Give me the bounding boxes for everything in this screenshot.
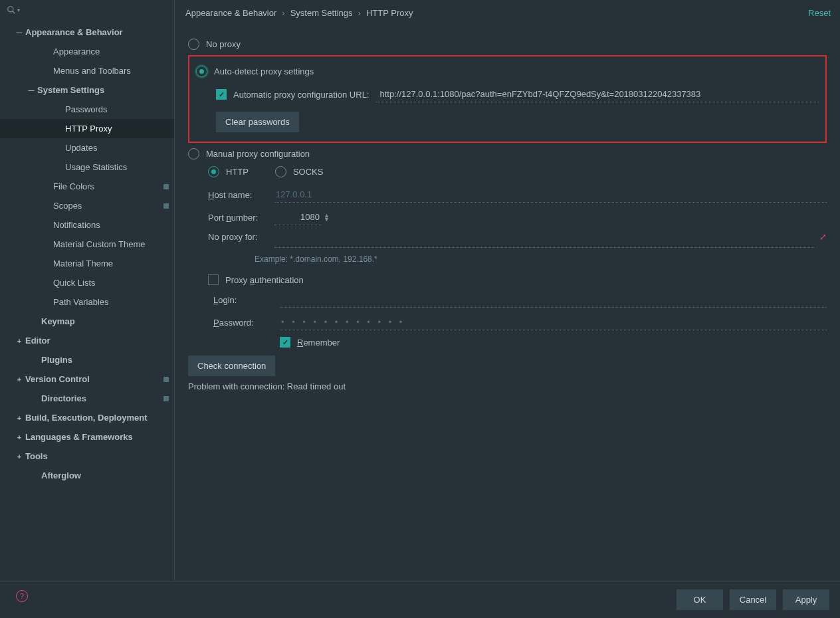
no-proxy-hint: Example: *.domain.com, 192.168.* [188,255,827,264]
project-badge-icon [163,184,169,189]
tree-item-label: Menus and Toolbars [53,66,169,76]
tree-item-system-settings[interactable]: System Settings [0,80,174,100]
http-protocol-radio[interactable]: HTTP [208,166,249,177]
tree-item-passwords[interactable]: Passwords [0,100,174,119]
tree-item-appearance[interactable]: Appearance [0,42,174,61]
no-proxy-label: No proxy [206,39,241,49]
login-label: Login: [213,295,280,305]
password-input[interactable] [280,314,827,330]
tree-item-directories[interactable]: Directories [0,389,174,408]
tree-item-plugins[interactable]: Plugins [0,350,174,369]
reset-link[interactable]: Reset [808,8,831,18]
no-proxy-for-input[interactable] [274,232,814,248]
tree-item-usage-statistics[interactable]: Usage Statistics [0,157,174,177]
breadcrumb-http-proxy: HTTP Proxy [365,8,415,18]
tree-item-label: Tools [25,451,169,461]
tree-item-label: Usage Statistics [65,162,169,172]
no-proxy-radio[interactable]: No proxy [188,39,827,50]
login-input[interactable] [280,292,827,308]
spinner-icon[interactable]: ▲▼ [324,213,330,221]
apply-button[interactable]: Apply [783,589,829,610]
tree-item-label: Build, Execution, Deployment [25,413,169,423]
tree-item-label: Notifications [53,220,169,230]
tree-item-label: Updates [65,143,169,153]
tree-item-editor[interactable]: Editor [0,331,174,350]
tree-item-material-custom-theme[interactable]: Material Custom Theme [0,235,174,254]
tree-item-updates[interactable]: Updates [0,138,174,157]
tree-item-quick-lists[interactable]: Quick Lists [0,273,174,292]
tree-item-version-control[interactable]: Version Control [0,369,174,389]
tree-item-tools[interactable]: Tools [0,447,174,466]
auto-url-input[interactable] [375,86,819,102]
breadcrumb-appearance[interactable]: Appearance & Behavior [184,8,278,18]
proxy-auth-label: Proxy authentication [225,275,304,285]
tree-item-label: Material Theme [53,258,169,268]
expand-icon[interactable] [13,414,25,422]
host-name-input[interactable] [274,187,827,203]
search-dropdown-icon[interactable]: ▾ [17,7,20,13]
settings-tree: Appearance & BehaviorAppearanceMenus and… [0,20,174,581]
radio-icon [275,166,286,177]
project-badge-icon [163,377,169,382]
tree-item-label: Passwords [65,104,169,114]
project-badge-icon [163,396,169,401]
tree-item-http-proxy[interactable]: HTTP Proxy [0,119,174,138]
no-proxy-for-label: No proxy for: [208,232,274,242]
settings-sidebar: ▾ Appearance & BehaviorAppearanceMenus a… [0,0,175,581]
project-badge-icon [163,203,169,209]
chevron-right-icon: › [354,8,365,18]
tree-item-label: Appearance & Behavior [25,27,169,37]
tree-item-label: Afterglow [41,470,169,480]
remember-checkbox[interactable]: ✓ [280,337,290,348]
check-connection-button[interactable]: Check connection [188,356,275,376]
expand-icon[interactable] [13,453,25,461]
expand-icon[interactable] [13,337,25,345]
password-label: Password: [213,318,280,328]
tree-item-label: Quick Lists [53,278,169,288]
auto-detect-highlight: Auto-detect proxy settings ✓ Automatic p… [188,55,827,143]
tree-item-file-colors[interactable]: File Colors [0,177,174,196]
tree-item-label: Languages & Frameworks [25,432,169,442]
clear-passwords-button[interactable]: Clear passwords [216,112,299,132]
tree-item-label: Appearance [53,47,169,56]
svg-line-1 [13,11,15,14]
auto-detect-radio[interactable]: Auto-detect proxy settings [196,66,819,77]
tree-item-build-execution-deployment[interactable]: Build, Execution, Deployment [0,408,174,427]
manual-proxy-radio[interactable]: Manual proxy configuration [188,148,827,159]
help-icon[interactable]: ? [16,590,28,602]
auto-url-label: Automatic proxy configuration URL: [233,90,369,100]
auto-url-checkbox[interactable]: ✓ [216,89,227,100]
port-number-label: Port number: [208,213,274,223]
port-number-input[interactable] [274,209,321,225]
socks-protocol-radio[interactable]: SOCKS [275,166,324,177]
tree-item-notifications[interactable]: Notifications [0,215,174,235]
breadcrumb-system-settings[interactable]: System Settings [289,8,354,18]
cancel-button[interactable]: Cancel [730,589,776,610]
collapse-icon[interactable] [13,29,25,36]
tree-item-menus-and-toolbars[interactable]: Menus and Toolbars [0,61,174,80]
tree-item-scopes[interactable]: Scopes [0,196,174,215]
tree-item-material-theme[interactable]: Material Theme [0,254,174,273]
tree-item-label: File Colors [53,181,163,191]
collapse-icon[interactable] [25,87,37,94]
radio-icon [188,148,199,159]
tree-item-keymap[interactable]: Keymap [0,312,174,331]
tree-item-label: Keymap [41,316,169,326]
expand-icon[interactable] [13,433,25,441]
manual-proxy-label: Manual proxy configuration [206,149,310,159]
tree-item-label: Path Variables [53,297,169,307]
breadcrumb: Appearance & Behavior › System Settings … [184,3,831,23]
tree-item-label: Scopes [53,201,163,211]
chevron-right-icon: › [278,8,288,18]
expand-icon[interactable] [13,375,25,383]
search-icon[interactable] [7,5,16,15]
expand-icon[interactable]: ⤢ [819,232,827,242]
tree-item-appearance-behavior[interactable]: Appearance & Behavior [0,23,174,42]
tree-item-languages-frameworks[interactable]: Languages & Frameworks [0,427,174,447]
tree-item-afterglow[interactable]: Afterglow [0,466,174,485]
tree-item-label: Plugins [41,355,169,365]
radio-icon [196,66,207,77]
tree-item-path-variables[interactable]: Path Variables [0,292,174,312]
proxy-auth-checkbox[interactable]: ✓ [208,274,219,285]
ok-button[interactable]: OK [677,589,723,610]
